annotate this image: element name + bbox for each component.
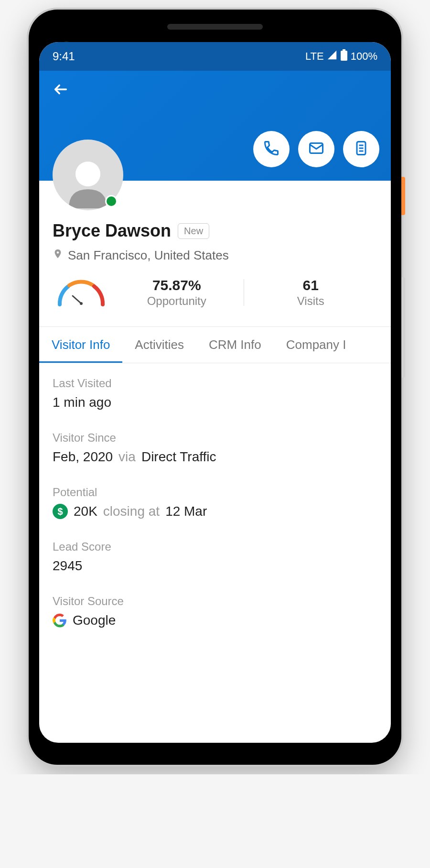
screen: 9:41 LTE 100% [39,42,391,743]
visitor-since-label: Visitor Since [53,431,377,445]
person-icon [64,156,112,210]
status-time: 9:41 [53,50,75,63]
visitor-since-date: Feb, 2020 [53,449,113,465]
visits-metric: 61 Visits [244,277,378,308]
info-visitor-source: Visitor Source Google [53,584,377,639]
last-visited-value: 1 min ago [53,395,377,410]
contact-name: Bryce Dawson [53,221,171,241]
svg-point-9 [80,302,83,305]
phone-frame: 9:41 LTE 100% [29,10,401,765]
opportunity-metric: 75.87% Opportunity [110,277,244,308]
status-battery: 100% [351,50,377,63]
svg-rect-0 [343,49,345,51]
info-visitor-since: Visitor Since Feb, 2020 via Direct Traff… [53,421,377,475]
lead-score-label: Lead Score [53,540,377,553]
tab-company[interactable]: Company I [274,327,359,363]
phone-speaker [167,24,263,30]
visitor-source-value: Google [73,613,116,628]
profile-section: Bryce Dawson New San Francisco, United S… [39,181,391,323]
status-badge: New [178,223,209,239]
notes-button[interactable] [343,131,379,167]
tab-activities[interactable]: Activities [122,327,196,363]
tab-crm-info[interactable]: CRM Info [196,327,274,363]
status-right: LTE 100% [305,49,377,64]
info-last-visited: Last Visited 1 min ago [53,366,377,421]
visitor-since-source: Direct Traffic [141,449,216,465]
svg-rect-1 [341,51,347,61]
lead-score-value: 2945 [53,558,377,574]
back-button[interactable] [51,79,71,103]
visitor-source-label: Visitor Source [53,595,377,608]
svg-line-8 [73,296,81,304]
mail-icon [308,140,325,159]
location-row: San Francisco, United States [53,248,377,263]
svg-point-7 [75,162,100,186]
google-icon [53,613,67,628]
last-visited-label: Last Visited [53,377,377,390]
presence-indicator [105,195,118,207]
potential-amount: 20K [74,504,97,519]
opportunity-label: Opportunity [110,294,244,308]
status-bar: 9:41 LTE 100% [39,42,391,71]
visitor-since-via: via [118,449,136,465]
visitor-info-list: Last Visited 1 min ago Visitor Since Feb… [39,363,391,639]
dollar-icon: $ [53,504,68,519]
contact-location: San Francisco, United States [68,248,229,263]
potential-date: 12 Mar [165,504,207,519]
phone-power-button [401,177,405,215]
tabs: Visitor Info Activities CRM Info Company… [39,326,391,363]
call-button[interactable] [253,131,290,167]
potential-closing-word: closing at [103,504,160,519]
document-icon [353,140,370,159]
potential-label: Potential [53,486,377,499]
avatar[interactable] [53,140,123,210]
opportunity-value: 75.87% [110,277,244,293]
info-potential: Potential $ 20K closing at 12 Mar [53,475,377,530]
phone-volume-button [401,277,405,378]
tab-visitor-info[interactable]: Visitor Info [39,327,122,363]
email-button[interactable] [298,131,334,167]
info-lead-score: Lead Score 2945 [53,530,377,584]
status-network: LTE [305,50,324,63]
metrics-row: 75.87% Opportunity 61 Visits [53,276,377,309]
battery-icon [340,49,348,64]
visits-value: 61 [244,277,378,293]
header-actions [253,131,379,167]
location-pin-icon [53,248,63,263]
visits-label: Visits [244,294,378,308]
signal-icon [327,50,337,63]
opportunity-gauge-icon [53,276,110,309]
phone-icon [263,140,280,159]
